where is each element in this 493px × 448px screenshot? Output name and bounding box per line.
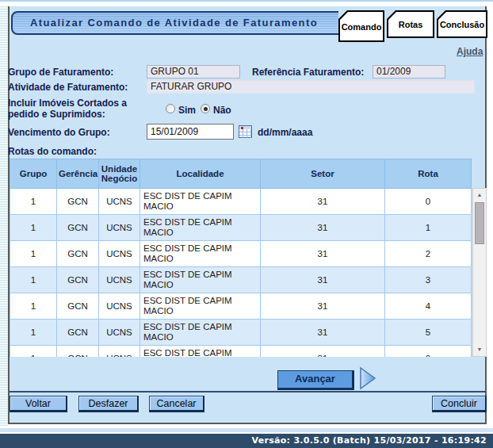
voltar-button[interactable]: Voltar xyxy=(10,396,67,412)
version-status-bar: Versão: 3.0.5.0 (Batch) 15/03/2017 - 16:… xyxy=(0,434,493,448)
cell-setor: 31 xyxy=(261,320,385,346)
table-row: 1 GCN UCNS ESC DIST DE CAPIM MACIO 31 2 xyxy=(10,241,472,267)
grupo-faturamento-label: Grupo de Faturamento: xyxy=(8,67,113,78)
cell-rota: 3 xyxy=(385,267,472,293)
cell-rota: 4 xyxy=(385,293,472,320)
cell-grupo: 1 xyxy=(10,189,57,215)
incluir-imoveis-label-line1: Incluir Imóveis Cortados a xyxy=(8,98,127,109)
cell-rota: 6 xyxy=(385,346,472,358)
date-format-hint: dd/mm/aaaa xyxy=(258,127,312,138)
cancelar-button[interactable]: Cancelar xyxy=(149,396,204,412)
cell-localidade: ESC DIST DE CAPIM MACIO xyxy=(140,293,261,320)
radio-nao[interactable] xyxy=(201,104,210,113)
tab-rotas-label: Rotas xyxy=(399,20,423,29)
col-header-gerencia: Gerência xyxy=(57,159,99,189)
table-scrollbar[interactable]: ▲ ▼ xyxy=(472,188,487,357)
rotas-table: Grupo Gerência Unidade Negócio Localidad… xyxy=(10,159,472,357)
cell-setor: 31 xyxy=(261,293,385,320)
cell-localidade: ESC DIST DE CAPIM MACIO xyxy=(140,215,261,241)
cell-grupo: 1 xyxy=(10,241,57,267)
cell-localidade: ESC DIST DE CAPIM MACIO xyxy=(140,241,261,267)
table-row: 1 GCN UCNS ESC DIST DE CAPIM MACIO 31 6 xyxy=(10,346,472,358)
table-row: 1 GCN UCNS ESC DIST DE CAPIM MACIO 31 5 xyxy=(10,320,472,346)
cell-rota: 2 xyxy=(385,241,472,267)
left-decor-stripes xyxy=(0,6,8,426)
top-decor-line xyxy=(0,0,493,2)
table-row: 1 GCN UCNS ESC DIST DE CAPIM MACIO 31 4 xyxy=(10,293,472,320)
cell-localidade: ESC DIST DE CAPIM MACIO xyxy=(140,267,261,293)
tab-rotas[interactable]: Rotas xyxy=(387,10,434,38)
cell-localidade: ESC DIST DE CAPIM MACIO xyxy=(140,320,261,346)
cell-grupo: 1 xyxy=(10,320,57,346)
cell-setor: 31 xyxy=(261,189,385,215)
col-header-setor: Setor xyxy=(261,159,385,189)
pre-footer-strip xyxy=(0,428,493,432)
radio-nao-label[interactable]: Não xyxy=(213,105,231,116)
page-title: Atualizar Comando de Atividade de Fatura… xyxy=(11,11,352,35)
scrollbar-down-icon[interactable]: ▼ xyxy=(474,344,485,355)
cell-rota: 1 xyxy=(385,215,472,241)
radio-sim-label[interactable]: Sim xyxy=(178,105,196,116)
calendar-icon-grid xyxy=(239,129,251,138)
cell-gerencia: GCN xyxy=(57,215,99,241)
cell-rota: 0 xyxy=(385,189,472,215)
table-row: 1 GCN UCNS ESC DIST DE CAPIM MACIO 31 1 xyxy=(10,215,472,241)
cell-grupo: 1 xyxy=(10,346,57,358)
cell-gerencia: GCN xyxy=(57,293,99,320)
cell-gerencia: GCN xyxy=(57,267,99,293)
cell-grupo: 1 xyxy=(10,267,57,293)
table-row: 1 GCN UCNS ESC DIST DE CAPIM MACIO 31 0 xyxy=(10,189,472,215)
app-page: Atualizar Comando de Atividade de Fatura… xyxy=(0,0,493,448)
cell-unidade: UCNS xyxy=(99,215,140,241)
tab-conclusao[interactable]: Conclusão xyxy=(437,10,487,38)
cell-unidade: UCNS xyxy=(99,241,140,267)
desfazer-button[interactable]: Desfazer xyxy=(78,396,139,412)
rotas-comando-label: Rotas do comando: xyxy=(8,146,97,157)
referencia-faturamento-value: 01/2009 xyxy=(373,65,445,78)
referencia-faturamento-label: Referência Faturamento: xyxy=(252,67,364,78)
rotas-table-viewport: Grupo Gerência Unidade Negócio Localidad… xyxy=(10,159,472,357)
tab-comando-label: Comando xyxy=(342,22,382,32)
cell-gerencia: GCN xyxy=(57,346,99,358)
cell-localidade: ESC DIST DE CAPIM MACIO xyxy=(140,189,261,215)
incluir-imoveis-label-line2: pedido e Suprimidos: xyxy=(8,109,105,120)
cell-gerencia: GCN xyxy=(57,320,99,346)
vencimento-grupo-input[interactable] xyxy=(147,124,234,140)
cell-setor: 31 xyxy=(261,267,385,293)
scrollbar-up-icon[interactable]: ▲ xyxy=(474,190,485,201)
avancar-arrow-icon xyxy=(358,366,377,390)
cell-rota: 5 xyxy=(385,320,472,346)
cell-setor: 31 xyxy=(261,346,385,358)
atividade-faturamento-value: FATURAR GRUPO xyxy=(147,80,475,94)
avancar-button[interactable]: Avançar xyxy=(277,370,354,390)
cell-setor: 31 xyxy=(261,215,385,241)
atividade-faturamento-label: Atividade de Faturamento: xyxy=(8,82,128,93)
cell-localidade: ESC DIST DE CAPIM MACIO xyxy=(140,346,261,358)
cell-grupo: 1 xyxy=(10,215,57,241)
help-link[interactable]: Ajuda xyxy=(457,46,483,57)
cell-unidade: UCNS xyxy=(99,267,140,293)
vencimento-grupo-label: Vencimento do Grupo: xyxy=(8,127,110,138)
cell-unidade: UCNS xyxy=(99,293,140,320)
cell-grupo: 1 xyxy=(10,293,57,320)
concluir-button[interactable]: Concluir xyxy=(432,396,487,412)
table-header-row: Grupo Gerência Unidade Negócio Localidad… xyxy=(10,159,472,189)
col-header-grupo: Grupo xyxy=(10,159,57,189)
calendar-icon[interactable] xyxy=(239,125,252,138)
cell-gerencia: GCN xyxy=(57,189,99,215)
cell-gerencia: GCN xyxy=(57,241,99,267)
cell-setor: 31 xyxy=(261,241,385,267)
col-header-rota: Rota xyxy=(385,159,472,189)
tab-comando[interactable]: Comando xyxy=(338,10,384,42)
footer-separator-line xyxy=(10,391,486,392)
radio-sim[interactable] xyxy=(166,104,175,113)
cell-unidade: UCNS xyxy=(99,320,140,346)
col-header-localidade: Localidade xyxy=(140,159,261,189)
col-header-unidade-negocio: Unidade Negócio xyxy=(99,159,140,189)
grupo-faturamento-value: GRUPO 01 xyxy=(147,65,240,78)
scrollbar-thumb[interactable] xyxy=(475,202,484,244)
cell-unidade: UCNS xyxy=(99,346,140,358)
cell-unidade: UCNS xyxy=(99,189,140,215)
tab-conclusao-label: Conclusão xyxy=(440,20,484,29)
table-row: 1 GCN UCNS ESC DIST DE CAPIM MACIO 31 3 xyxy=(10,267,472,293)
